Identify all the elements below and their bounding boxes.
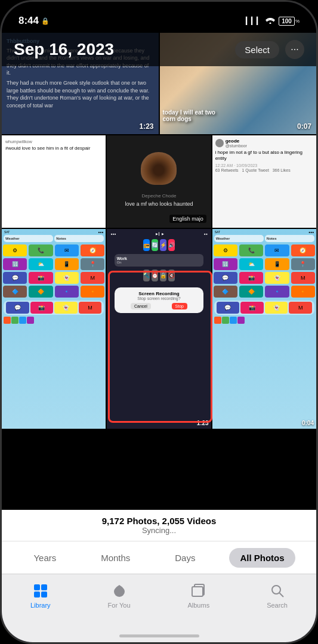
weather-widget-left: Weather [4, 235, 53, 242]
nav-albums-label: Albums [187, 602, 209, 609]
center-icon-2: 🔄 [152, 239, 158, 251]
r-dock-4: M [289, 302, 312, 314]
sync-status: Syncing... [142, 526, 176, 535]
center-icon-1: 📻 [143, 239, 150, 251]
icon-grid-center: 📻 🔄 ⚡ 🔊 [142, 238, 176, 252]
header-actions: Select ··· [235, 40, 304, 59]
svg-rect-3 [34, 584, 40, 590]
small-icon-2 [11, 317, 18, 324]
albums-icon [190, 583, 207, 599]
post4-text: #would love to see him in a fit of despa… [5, 145, 102, 151]
tab-days[interactable]: Days [164, 548, 206, 568]
dynamic-island [122, 9, 197, 30]
dock-icon-4: M [79, 302, 102, 314]
right-duration: 0:04 [302, 420, 314, 426]
r-small-3 [230, 317, 237, 324]
photo-count: 9,172 Photos, 2,055 Videos [102, 516, 216, 526]
center-icon-4: 🔊 [168, 239, 175, 251]
weather-widget-right: Weather [214, 235, 264, 242]
r-icon-m4: 🔸 [291, 286, 315, 298]
post3-avatar [215, 139, 224, 147]
r-icon-find: 📍 [291, 258, 315, 270]
nav-library[interactable]: Library [30, 583, 51, 609]
small-icons-row-left [2, 317, 106, 324]
post3-body: i hope im not a gf to u but also a linge… [215, 150, 313, 162]
svg-rect-1 [41, 584, 47, 590]
tab-months[interactable]: Months [90, 548, 141, 568]
notes-widget-left: Notes [54, 235, 104, 242]
icon-safari: 🧭 [81, 244, 104, 256]
dock-icon-3: 👻 [54, 302, 78, 314]
status-time: 8:44 🔒 [18, 15, 50, 27]
icon-msg: 💬 [3, 272, 27, 284]
post3-content: geode @stumboor i hope im not a gf to u … [212, 135, 316, 175]
info-bar: 9,172 Photos, 2,055 Videos Syncing... [2, 510, 316, 541]
icon-grid-right: ⚙ 📞 ✉ 🧭 🔢 ⛅ 📱 📍 💬 📸 👻 M 🔷 🔶 [212, 243, 316, 299]
english-badge: English majo [169, 215, 206, 223]
icon-apps: 📱 [55, 258, 79, 270]
nav-for-you-label: For You [108, 602, 131, 609]
small-icon-1 [4, 317, 11, 324]
more-button[interactable]: ··· [285, 40, 304, 59]
icon-misc4: 🔸 [81, 286, 104, 298]
header-bar: Sep 16, 2023 Select ··· [2, 33, 316, 66]
dock-icon-2: 📸 [30, 302, 54, 314]
nav-albums[interactable]: Albums [187, 583, 209, 609]
widget-row-right: Weather Notes [212, 235, 316, 242]
icon-misc2: 🔶 [29, 286, 53, 298]
r-icon-snap: 👻 [265, 272, 289, 284]
svg-rect-4 [192, 587, 203, 596]
post3-header: geode @stumboor [215, 138, 313, 148]
screenshot-right[interactable]: SAT●●● Weather Notes ⚙ 📞 ✉ [212, 229, 316, 429]
r-small-2 [222, 317, 229, 324]
center-icon-3: ⚡ [160, 239, 166, 251]
bottom-section: SAT●●● Weather Notes ⚙ 📞 [2, 229, 316, 429]
dock-left: 💬 📸 👻 M [4, 301, 104, 315]
screenshot-left[interactable]: SAT●●● Weather Notes ⚙ 📞 [2, 229, 106, 429]
time-display: 8:44 [18, 15, 39, 27]
icon-snap: 👻 [55, 272, 79, 284]
notes-widget-right: Notes [265, 235, 314, 242]
icon-misc1: 🔷 [3, 286, 27, 298]
r-icon-settings: ⚙ [214, 244, 237, 256]
middle-left-photo[interactable]: whumpwillkow #would love to see him in a… [2, 135, 106, 228]
svg-rect-2 [41, 592, 47, 597]
retweet-count: 63 [215, 168, 220, 172]
middle-row: whumpwillkow #would love to see him in a… [2, 135, 316, 228]
small-icons-row-right [212, 317, 316, 324]
icon-grid-left: ⚙ 📞 ✉ 🧭 🔢 ⛅ 📱 📍 💬 📸 👻 M 🔷 🔶 [2, 243, 106, 299]
tab-years[interactable]: Years [23, 548, 67, 568]
post2-content: Depeche Chode love a mf who looks haunte… [120, 188, 197, 212]
icon-mail: ✉ [55, 244, 79, 256]
top-left-duration: 1:23 [139, 122, 153, 131]
r-small-1 [214, 317, 221, 324]
search-icon [269, 583, 286, 599]
ios-right-sim: SAT●●● Weather Notes ⚙ 📞 ✉ [212, 229, 316, 429]
small-icon-3 [19, 317, 26, 324]
select-button[interactable]: Select [235, 41, 279, 58]
icon-misc3: 🔹 [55, 286, 79, 298]
nav-search[interactable]: Search [267, 583, 288, 609]
tab-all-photos[interactable]: All Photos [229, 548, 295, 568]
nav-library-label: Library [30, 602, 51, 609]
icon-find: 📍 [81, 258, 104, 270]
status-right: ▎▎▎ 100 % [246, 17, 300, 26]
mini-status-left: SAT●●● [2, 229, 106, 235]
home-indicator [119, 634, 199, 637]
middle-right-photo[interactable]: geode @stumboor i hope im not a gf to u … [212, 135, 316, 228]
dock-right: 💬 📸 👻 M [214, 301, 314, 315]
post2-handle: Depeche Chode [125, 193, 193, 199]
svg-rect-0 [34, 592, 40, 597]
nav-for-you[interactable]: For You [108, 583, 131, 609]
r-icon-calc: 🔢 [214, 258, 237, 270]
widget-row-left: Weather Notes [2, 235, 106, 242]
nav-search-label: Search [267, 602, 288, 609]
icon-gmail: M [81, 272, 104, 284]
bottom-nav: Library For You Albums [2, 574, 316, 642]
icon-insta: 📸 [29, 272, 53, 284]
r-icon-gmail: M [291, 272, 315, 284]
middle-center-photo[interactable]: Depeche Chode love a mf who looks haunte… [107, 135, 211, 228]
work-widget: Work On [115, 254, 204, 267]
battery-icon: 100 % [279, 17, 300, 26]
highlight-box [108, 271, 212, 423]
